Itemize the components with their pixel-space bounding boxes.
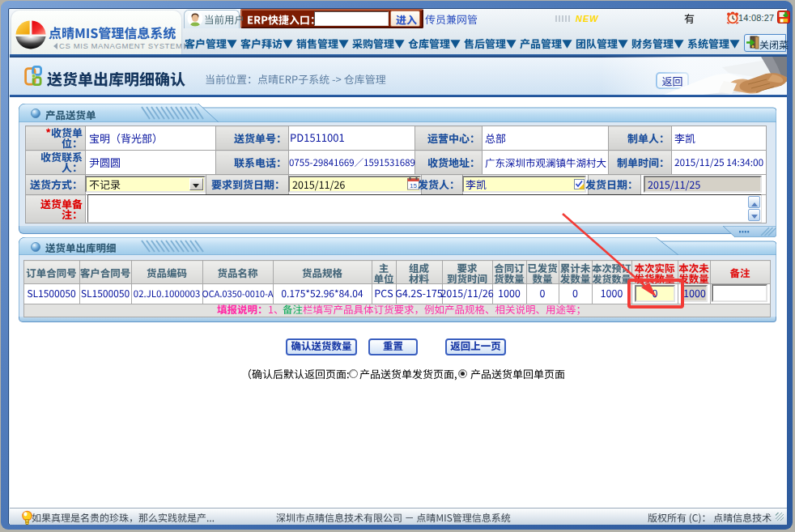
svg-text:15: 15 <box>410 182 417 189</box>
